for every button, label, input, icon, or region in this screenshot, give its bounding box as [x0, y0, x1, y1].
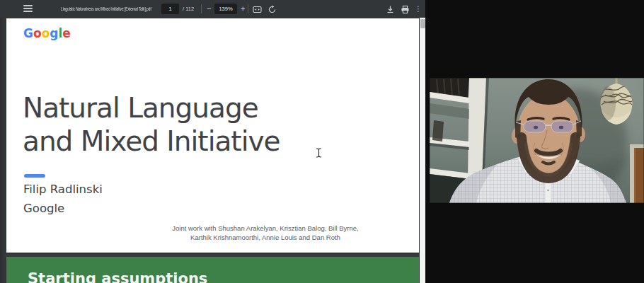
more-options-icon[interactable]: ⋮	[415, 0, 422, 18]
logo-letter: o	[42, 26, 50, 40]
page-number-input[interactable]	[161, 4, 179, 14]
google-logo: Google	[23, 26, 71, 40]
slide-title-line1: Natural Language	[23, 91, 280, 125]
print-icon[interactable]	[401, 4, 410, 13]
slide-title: Natural Language and Mixed Initiative	[23, 91, 280, 158]
toolbar-divider	[201, 4, 202, 13]
credits-line1: Joint work with Shushan Arakelyan, Krisz…	[117, 224, 414, 233]
logo-letter: G	[23, 26, 33, 40]
video-call-window: Linguistic Naturalness and Mixed Initiat…	[0, 0, 644, 283]
pdf-toolbar: Linguistic Naturalness and Mixed Initiat…	[0, 0, 425, 18]
credits: Joint work with Shushan Arakelyan, Krisz…	[117, 224, 414, 242]
menu-icon[interactable]	[23, 5, 33, 13]
slide-title-line2: and Mixed Initiative	[23, 125, 280, 158]
scrollbar-track[interactable]	[420, 18, 425, 283]
presenter-video-tile[interactable]	[430, 78, 644, 203]
zoom-in-button[interactable]: +	[241, 0, 245, 18]
presenter-webcam-scene	[430, 78, 644, 203]
pdf-page-area[interactable]: Google Natural Language and Mixed Initia…	[0, 18, 420, 283]
accent-dash	[24, 174, 45, 178]
document-title: Linguistic Naturalness and Mixed Initiat…	[61, 0, 151, 18]
author-affiliation: Google	[23, 199, 103, 218]
logo-letter: o	[33, 26, 42, 40]
logo-letter: e	[62, 26, 71, 40]
pdf-viewer: Linguistic Naturalness and Mixed Initiat…	[0, 0, 425, 283]
author-block: Filip Radlinski Google	[23, 180, 103, 218]
rotate-icon[interactable]	[268, 4, 277, 13]
author-name: Filip Radlinski	[23, 180, 103, 199]
text-cursor-pointer	[316, 148, 322, 161]
fit-to-width-icon[interactable]	[253, 4, 262, 13]
toolbar-divider	[248, 4, 248, 13]
scrollbar-thumb[interactable]	[420, 19, 425, 28]
credits-line2: Karthik Krishnamoorthi, Annie Louis and …	[117, 233, 414, 243]
zoom-out-button[interactable]: −	[207, 0, 211, 18]
door	[630, 144, 644, 203]
page-count-label: / 112	[183, 0, 194, 18]
logo-letter: g	[50, 26, 58, 40]
zoom-level[interactable]: 139%	[214, 4, 237, 14]
slide-page-2[interactable]: Starting assumptions	[6, 257, 419, 283]
download-icon[interactable]	[386, 4, 395, 13]
next-slide-heading: Starting assumptions	[28, 270, 207, 283]
slide-page-1[interactable]: Google Natural Language and Mixed Initia…	[6, 18, 419, 253]
